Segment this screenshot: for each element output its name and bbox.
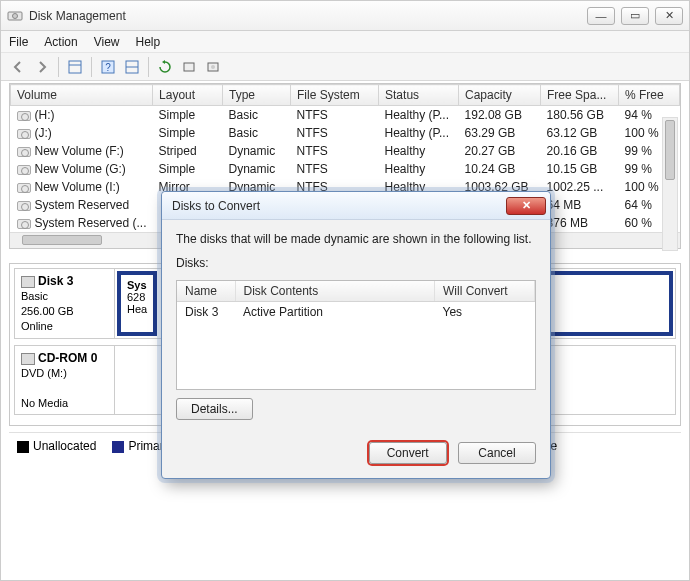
dialog-title: Disks to Convert [172,199,506,213]
disks-label: Disks: [176,256,536,270]
col-name[interactable]: Name [177,281,235,302]
partition-system[interactable]: Sys 628 Hea [117,271,157,336]
col-status[interactable]: Status [379,85,459,106]
table-row[interactable]: New Volume (F:)StripedDynamicNTFSHealthy… [11,142,680,160]
col-type[interactable]: Type [223,85,291,106]
svg-rect-8 [184,63,194,71]
window-title: Disk Management [29,9,587,23]
table-row[interactable]: (J:)SimpleBasicNTFSHealthy (P...63.29 GB… [11,124,680,142]
nav-back-button[interactable] [7,56,29,78]
disks-listbox[interactable]: Name Disk Contents Will Convert Disk 3 A… [176,280,536,390]
menu-view[interactable]: View [94,35,120,49]
table-row[interactable]: New Volume (G:)SimpleDynamicNTFSHealthy1… [11,160,680,178]
menu-action[interactable]: Action [44,35,77,49]
volume-icon [17,147,31,157]
dialog-intro: The disks that will be made dynamic are … [176,232,536,246]
col-layout[interactable]: Layout [153,85,223,106]
col-filesystem[interactable]: File System [291,85,379,106]
convert-button[interactable]: Convert [369,442,447,464]
nav-forward-button[interactable] [31,56,53,78]
refresh-icon[interactable] [154,56,176,78]
table-row[interactable]: (H:)SimpleBasicNTFSHealthy (P...192.08 G… [11,106,680,125]
dialog-close-button[interactable]: ✕ [506,197,546,215]
col-capacity[interactable]: Capacity [459,85,541,106]
volume-icon [17,165,31,175]
dialog-titlebar[interactable]: Disks to Convert ✕ [162,192,550,220]
menubar: File Action View Help [1,31,689,53]
volume-icon [17,183,31,193]
volume-icon [17,129,31,139]
volume-icon [17,111,31,121]
details-button[interactable]: Details... [176,398,253,420]
volume-icon [17,201,31,211]
toolbar: ? [1,53,689,81]
menu-file[interactable]: File [9,35,28,49]
titlebar: Disk Management — ▭ ✕ [1,1,689,31]
svg-point-10 [211,65,215,69]
cdrom-icon [21,353,35,365]
toolbar-list-button[interactable] [121,56,143,78]
menu-help[interactable]: Help [136,35,161,49]
volume-icon [17,219,31,229]
minimize-button[interactable]: — [587,7,615,25]
legend-unallocated: Unallocated [17,439,96,453]
toolbar-view-button[interactable] [64,56,86,78]
svg-point-1 [13,13,18,18]
disk-info: Disk 3 Basic 256.00 GB Online [15,269,115,338]
close-button[interactable]: ✕ [655,7,683,25]
svg-rect-2 [69,61,81,73]
col-volume[interactable]: Volume [11,85,153,106]
svg-text:?: ? [105,62,111,73]
disk-icon [21,276,35,288]
maximize-button[interactable]: ▭ [621,7,649,25]
disks-to-convert-dialog: Disks to Convert ✕ The disks that will b… [161,191,551,479]
cdrom-info: CD-ROM 0 DVD (M:) No Media [15,346,115,415]
list-item[interactable]: Disk 3 Active Partition Yes [177,302,535,323]
col-pctfree[interactable]: % Free [619,85,680,106]
cancel-button[interactable]: Cancel [458,442,536,464]
vertical-scrollbar[interactable] [662,117,678,251]
help-icon[interactable]: ? [97,56,119,78]
col-freespace[interactable]: Free Spa... [541,85,619,106]
app-icon [7,8,23,24]
toolbar-settings-icon[interactable] [178,56,200,78]
col-disk-contents[interactable]: Disk Contents [235,281,435,302]
toolbar-disk-icon[interactable] [202,56,224,78]
col-will-convert[interactable]: Will Convert [435,281,535,302]
